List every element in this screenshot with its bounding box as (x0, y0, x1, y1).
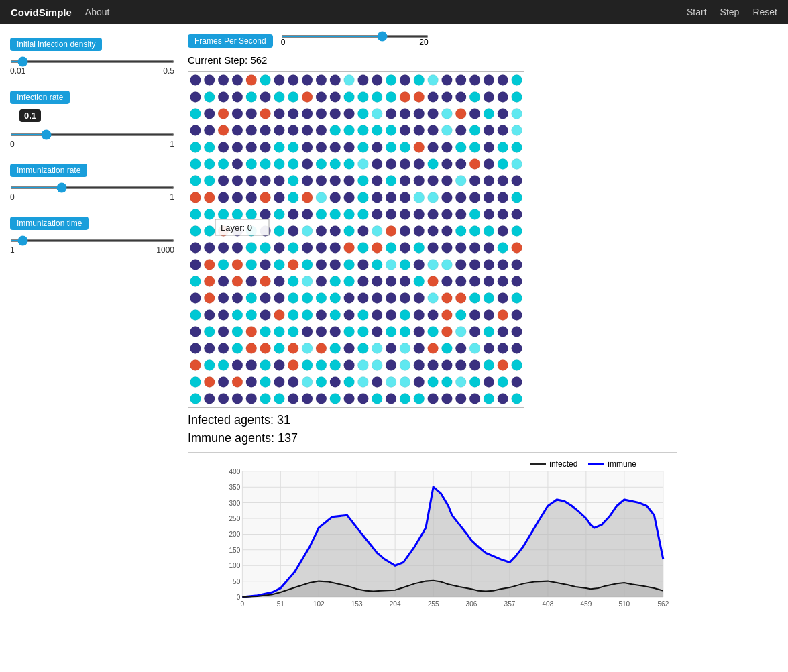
infection-rate-tooltip: 0.1 (19, 109, 41, 122)
current-step-label: Current Step: (188, 54, 247, 66)
main-container: Initial infection density 0.01 0.5 Infec… (0, 24, 788, 636)
immune-label: Immune agents: (188, 431, 274, 445)
infection-rate-max: 1 (170, 139, 174, 149)
immunization-rate-label[interactable]: Immunization rate (10, 164, 87, 177)
immunization-time-slider[interactable] (10, 239, 174, 242)
svg-text:204: 204 (390, 600, 401, 608)
svg-text:102: 102 (313, 600, 325, 608)
infected-value: 31 (277, 413, 290, 427)
svg-text:153: 153 (351, 600, 363, 608)
svg-text:150: 150 (229, 547, 240, 554)
infected-label: Infected agents: (188, 413, 274, 427)
infected-stat: Infected agents: 31 (188, 413, 775, 427)
svg-text:357: 357 (504, 600, 516, 608)
current-step-value: 562 (250, 54, 267, 66)
svg-text:459: 459 (580, 600, 592, 608)
simulation-grid[interactable] (188, 71, 524, 408)
chart-container: infected immune 400350300250200150100500… (188, 452, 677, 626)
svg-text:350: 350 (229, 484, 240, 491)
immune-stat: Immune agents: 137 (188, 431, 775, 445)
legend-infected: infected (530, 459, 577, 469)
about-link[interactable]: About (85, 7, 110, 17)
initial-infection-density-max: 0.5 (163, 66, 174, 76)
legend-immune-label: immune (608, 459, 636, 469)
current-step-display: Current Step: 562 (188, 54, 775, 66)
svg-text:408: 408 (542, 600, 553, 608)
step-button[interactable]: Step (720, 7, 740, 17)
svg-text:51: 51 (277, 600, 285, 608)
svg-text:0: 0 (241, 600, 245, 608)
immunization-rate-max: 1 (170, 192, 174, 202)
reset-button[interactable]: Reset (752, 7, 777, 17)
fps-min: 0 (281, 38, 286, 47)
svg-text:100: 100 (229, 562, 240, 569)
chart-svg: 4003503002502001501005000511021532042553… (222, 459, 670, 619)
svg-text:510: 510 (618, 600, 630, 608)
immunization-rate-min: 0 (10, 192, 15, 202)
infected-swatch (530, 463, 546, 465)
immune-value: 137 (278, 431, 298, 445)
initial-infection-density-slider[interactable] (10, 60, 174, 63)
initial-infection-density-group: Initial infection density 0.01 0.5 (10, 38, 174, 76)
chart-legend: infected immune (530, 459, 636, 469)
fps-max: 20 (419, 38, 428, 47)
legend-immune: immune (588, 459, 636, 469)
infection-rate-label[interactable]: Infection rate (10, 91, 70, 104)
immunization-rate-group: Immunization rate 0 1 (10, 164, 174, 202)
left-panel: Initial infection density 0.01 0.5 Infec… (7, 31, 181, 630)
svg-text:50: 50 (233, 578, 241, 585)
infection-rate-slider[interactable] (10, 133, 174, 136)
svg-text:400: 400 (229, 468, 240, 475)
initial-infection-density-label[interactable]: Initial infection density (10, 38, 102, 51)
fps-button[interactable]: Frames Per Second (188, 34, 273, 48)
right-panel: Frames Per Second 0 20 Current Step: 562… (181, 31, 781, 630)
svg-text:562: 562 (657, 600, 669, 608)
immunization-time-label[interactable]: Immunization time (10, 217, 89, 230)
immune-swatch (588, 463, 604, 465)
infection-rate-group: Infection rate 0.1 0 1 (10, 91, 174, 149)
svg-text:250: 250 (229, 515, 240, 522)
immunization-rate-slider[interactable] (10, 186, 174, 189)
start-button[interactable]: Start (687, 7, 707, 17)
immunization-time-max: 1000 (156, 245, 174, 255)
svg-text:300: 300 (229, 500, 240, 507)
brand-label: CovidSimple (11, 7, 72, 18)
immunization-time-group: Immunization time 1 1000 (10, 217, 174, 255)
svg-text:306: 306 (466, 600, 477, 608)
infection-rate-min: 0 (10, 139, 15, 149)
initial-infection-density-min: 0.01 (10, 66, 25, 76)
svg-text:255: 255 (428, 600, 439, 608)
legend-infected-label: infected (549, 459, 577, 469)
navbar: CovidSimple About Start Step Reset (0, 0, 788, 24)
immunization-time-min: 1 (10, 245, 15, 255)
svg-text:200: 200 (229, 530, 240, 538)
fps-row: Frames Per Second 0 20 (188, 34, 775, 48)
